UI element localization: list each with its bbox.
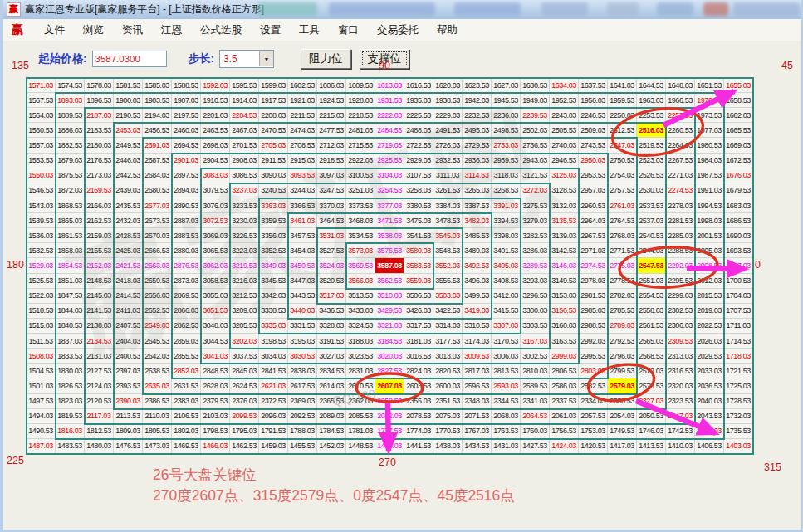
price-cell: 2467.03 xyxy=(230,123,259,138)
price-cell: 3261.53 xyxy=(433,183,463,198)
price-grid: 1571.031574.531578.031581.531585.031588.… xyxy=(27,78,753,454)
price-cell: 1424.03 xyxy=(550,439,579,454)
price-cell: 2033.03 xyxy=(695,364,724,378)
price-cell: 1725.03 xyxy=(724,378,753,393)
price-cell: 2498.53 xyxy=(492,123,521,138)
price-cell: 1420.53 xyxy=(579,439,608,454)
menu-item[interactable]: 江恩 xyxy=(152,21,191,40)
price-cell: 2771.53 xyxy=(608,243,637,258)
price-cell: 2827.53 xyxy=(375,364,404,378)
price-cell: 3356.03 xyxy=(259,228,288,243)
price-cell: 2642.03 xyxy=(143,349,172,364)
price-cell: 1669.03 xyxy=(724,138,753,153)
price-cell: 3223.03 xyxy=(230,243,259,258)
menu-item[interactable]: 工具 xyxy=(290,21,329,40)
price-cell: 1931.53 xyxy=(375,93,404,108)
resistance-button[interactable]: 阻力位 xyxy=(301,49,351,69)
price-cell: 1987.53 xyxy=(695,168,724,183)
step-value: 3.5 xyxy=(220,53,259,65)
censored-blob xyxy=(257,2,317,16)
price-cell: 1508.03 xyxy=(27,349,56,364)
price-cell: 2785.53 xyxy=(608,304,637,319)
price-cell: 2876.53 xyxy=(172,258,201,273)
menu-item[interactable]: 公式选股 xyxy=(191,21,251,40)
price-cell: 3142.53 xyxy=(550,243,579,258)
price-cell: 3380.53 xyxy=(404,198,433,213)
price-cell: 2635.03 xyxy=(143,378,172,393)
menu-item[interactable]: 帮助 xyxy=(428,21,467,40)
price-cell: 2355.03 xyxy=(404,394,433,409)
price-cell: 2022.53 xyxy=(695,319,724,334)
price-cell: 1844.03 xyxy=(56,304,85,319)
price-cell: 2260.53 xyxy=(666,123,695,138)
step-select[interactable]: 3.5 ▼ xyxy=(219,50,274,68)
price-cell: 1543.03 xyxy=(27,198,56,213)
toolbar: 起始价格: 步长: 3.5 ▼ 阻力位 支撑位 xyxy=(3,41,801,77)
price-cell: 1742.53 xyxy=(666,424,695,439)
price-cell: 2957.03 xyxy=(579,183,608,198)
menu-item[interactable]: 文件 xyxy=(35,21,74,40)
price-cell: 1812.53 xyxy=(85,424,114,439)
price-cell: 1644.53 xyxy=(637,78,666,93)
price-cell: 3506.53 xyxy=(404,289,433,304)
price-cell: 2551.03 xyxy=(637,274,666,289)
price-cell: 3562.53 xyxy=(375,274,404,289)
price-cell: 3531.03 xyxy=(317,228,346,243)
price-cell: 2390.03 xyxy=(114,394,143,409)
price-cell: 2981.53 xyxy=(579,289,608,304)
price-cell: 2001.53 xyxy=(695,228,724,243)
menu-item[interactable]: 交易委托 xyxy=(368,21,428,40)
price-cell: 3293.03 xyxy=(521,274,550,289)
price-cell: 2897.53 xyxy=(172,168,201,183)
price-cell: 2215.03 xyxy=(317,108,346,123)
price-cell: 1872.03 xyxy=(56,183,85,198)
price-cell: 3044.53 xyxy=(201,334,230,349)
price-cell: 1550.03 xyxy=(27,168,56,183)
price-cell: 2211.53 xyxy=(288,108,317,123)
price-cell: 2992.03 xyxy=(579,334,608,349)
chevron-down-icon[interactable]: ▼ xyxy=(259,51,273,66)
gann-square: 1571.031574.531578.031581.531585.031588.… xyxy=(27,78,753,454)
price-cell: 1721.53 xyxy=(724,364,753,378)
price-cell: 1882.53 xyxy=(56,138,85,153)
price-cell: 2922.03 xyxy=(346,154,375,168)
price-cell: 2253.53 xyxy=(637,108,666,123)
price-cell: 3016.53 xyxy=(404,349,433,364)
key-levels-note-line2: 270度2607点、315度2579点、0度2547点、45度2516点 xyxy=(153,486,515,506)
price-cell: 3478.53 xyxy=(433,213,463,228)
start-price-input[interactable] xyxy=(92,51,167,67)
start-price-label: 起始价格: xyxy=(38,51,87,66)
price-cell: 3198.53 xyxy=(259,334,288,349)
price-cell: 2271.03 xyxy=(666,168,695,183)
menu-item[interactable]: 窗口 xyxy=(329,21,368,40)
price-cell: 2162.53 xyxy=(85,213,114,228)
key-price-cell: 2607.03 xyxy=(375,378,404,393)
price-cell: 1791.53 xyxy=(259,424,288,439)
price-cell: 2208.03 xyxy=(259,108,288,123)
price-cell: 2183.53 xyxy=(85,123,114,138)
menu-item[interactable]: 设置 xyxy=(251,21,290,40)
price-cell: 2967.53 xyxy=(579,228,608,243)
price-cell: 1700.53 xyxy=(724,274,753,289)
price-cell: 2848.53 xyxy=(201,364,230,378)
price-cell: 2383.03 xyxy=(172,394,201,409)
price-cell: 2719.03 xyxy=(375,138,404,153)
price-cell: 3153.03 xyxy=(550,289,579,304)
price-cell: 2169.53 xyxy=(85,183,114,198)
price-cell: 1830.03 xyxy=(56,364,85,378)
price-cell: 1707.53 xyxy=(724,304,753,319)
price-cell: 2316.53 xyxy=(666,364,695,378)
price-cell: 1690.03 xyxy=(724,228,753,243)
price-cell: 1501.03 xyxy=(27,378,56,393)
price-cell: 3205.53 xyxy=(230,319,259,334)
price-cell: 1448.53 xyxy=(346,439,375,454)
price-cell: 2813.53 xyxy=(492,364,521,378)
price-cell: 3069.03 xyxy=(201,228,230,243)
price-cell: 1592.03 xyxy=(201,78,230,93)
price-cell: 1994.53 xyxy=(695,198,724,213)
menu-item[interactable]: 浏览 xyxy=(74,21,113,40)
price-cell: 3401.53 xyxy=(492,243,521,258)
price-cell: 2852.03 xyxy=(172,364,201,378)
menu-item[interactable]: 资讯 xyxy=(113,21,152,40)
price-cell: 2698.03 xyxy=(201,138,230,153)
